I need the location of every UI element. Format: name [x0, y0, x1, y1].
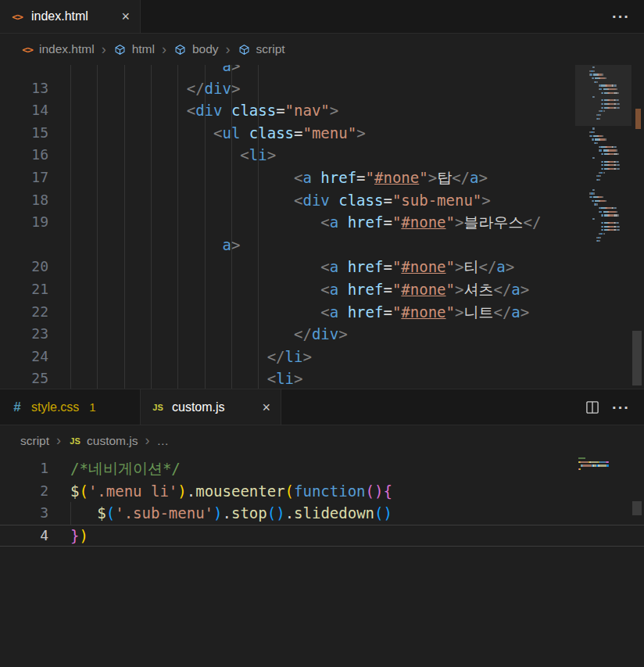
code-line[interactable]: 15 <ul class="menu"> — [0, 122, 644, 145]
code-text: </div> — [48, 323, 348, 346]
code-line[interactable]: 21 <a href="#none">셔츠</a> — [0, 278, 644, 301]
breadcrumb-label: … — [157, 434, 170, 448]
code-text: <a href="#none">블라우스</ — [48, 211, 541, 234]
breadcrumb-separator-icon: › — [162, 41, 166, 58]
breadcrumb-label: body — [192, 42, 219, 56]
close-icon[interactable]: × — [121, 9, 130, 23]
tab-style.css[interactable]: #style.css1 — [0, 389, 141, 425]
minimap-line — [578, 461, 627, 463]
line-number: 1 — [0, 457, 48, 480]
more-actions-icon[interactable]: ··· — [612, 400, 630, 415]
code-line[interactable]: 16 <li> — [0, 144, 644, 167]
code-line[interactable]: 23 </div> — [0, 323, 644, 346]
code-text: <li> — [48, 144, 276, 167]
code-line[interactable]: 22 <a href="#none">니트</a> — [0, 301, 644, 324]
minimap-line — [578, 168, 627, 170]
code-line[interactable]: a> — [0, 65, 644, 77]
code-line[interactable]: 20 <a href="#none">티</a> — [0, 256, 644, 278]
code-text: <div class="nav"> — [48, 99, 338, 122]
code-line[interactable]: 14 <div class="nav"> — [0, 99, 644, 122]
top-tabs: <>index.html× — [0, 0, 141, 33]
js-file-icon: JS — [68, 436, 82, 446]
close-icon[interactable]: × — [262, 400, 270, 414]
breadcrumb-item[interactable]: html — [113, 42, 155, 56]
code-text: <a href="#none">탑</a> — [48, 167, 488, 189]
line-number: 23 — [0, 323, 48, 346]
vertical-scrollbar[interactable] — [632, 501, 642, 515]
bottom-editor-actions: ··· — [571, 389, 644, 425]
breadcrumb-item[interactable]: JScustom.js — [68, 434, 138, 448]
code-text: $('.sub-menu').stop().slidedown() — [48, 502, 392, 525]
code-area[interactable]: a>13 </div>14 <div class="nav">15 <ul cl… — [0, 65, 644, 389]
code-line[interactable]: a> — [0, 234, 644, 256]
code-line[interactable]: 25 <li> — [0, 368, 644, 389]
code-line[interactable]: 3 $('.sub-menu').stop().slidedown() — [0, 502, 644, 525]
minimap-line — [578, 164, 627, 166]
bottom-breadcrumbs: script›JScustom.js›… — [0, 425, 644, 456]
code-area[interactable]: 1/*네비게이션*/2$('.menu li').mouseenter(func… — [0, 456, 644, 547]
minimap-line — [578, 207, 627, 209]
line-number: 2 — [0, 480, 48, 503]
js-file-icon: JS — [151, 403, 165, 412]
code-text: </li> — [48, 346, 312, 368]
minimap-line — [578, 196, 627, 198]
minimap-line — [578, 222, 627, 224]
line-number — [0, 234, 48, 256]
line-number: 17 — [0, 167, 48, 189]
minimap-line — [578, 200, 627, 202]
code-text: <a href="#none">니트</a> — [48, 301, 529, 324]
tab-index.html[interactable]: <>index.html× — [0, 0, 141, 33]
code-line[interactable]: 24 </li> — [0, 346, 644, 368]
minimap-line — [578, 457, 627, 459]
line-number: 19 — [0, 211, 48, 234]
tab-label: style.css — [31, 400, 79, 414]
tab-label: index.html — [31, 9, 88, 23]
minimap-line — [578, 237, 627, 238]
code-line[interactable]: 19 <a href="#none">블라우스</ — [0, 211, 644, 234]
code-line[interactable]: 17 <a href="#none">탑</a> — [0, 167, 644, 189]
minimap-line — [578, 127, 627, 129]
more-actions-icon[interactable]: ··· — [612, 9, 630, 24]
breadcrumb-label: custom.js — [87, 434, 138, 448]
minimap[interactable] — [578, 457, 627, 472]
minimap-line — [578, 233, 627, 235]
line-number — [0, 65, 48, 77]
breadcrumb-item[interactable]: script — [20, 434, 49, 448]
minimap-line — [578, 240, 627, 242]
breadcrumb-item[interactable]: <>index.html — [20, 42, 95, 56]
code-text: <li> — [48, 368, 302, 389]
minimap-line — [578, 464, 627, 466]
tab-custom.js[interactable]: JScustom.js× — [141, 389, 281, 425]
minimap-slider[interactable] — [575, 65, 631, 126]
line-number: 15 — [0, 122, 48, 145]
breadcrumb-item[interactable]: body — [174, 42, 219, 56]
breadcrumb-item[interactable]: script — [238, 42, 285, 56]
breadcrumb-separator-icon: › — [226, 41, 231, 58]
breadcrumb-label: script — [256, 42, 285, 56]
code-line[interactable]: 18 <div class="sub-menu"> — [0, 189, 644, 212]
js-editor-pane[interactable]: 1/*네비게이션*/2$('.menu li').mouseenter(func… — [0, 456, 644, 667]
line-number: 13 — [0, 77, 48, 100]
code-line[interactable]: 2$('.menu li').mouseenter(function(){ — [0, 480, 644, 503]
html-editor-pane[interactable]: a>13 </div>14 <div class="nav">15 <ul cl… — [0, 65, 644, 389]
code-line[interactable]: 4}) — [0, 525, 644, 547]
split-editor-icon[interactable] — [585, 400, 599, 414]
minimap-line — [578, 214, 627, 216]
line-number: 21 — [0, 278, 48, 301]
code-text: a> — [48, 65, 240, 77]
top-editor-tab-strip: <>index.html× ··· — [0, 0, 644, 34]
line-number: 25 — [0, 368, 48, 389]
minimap-line — [578, 468, 627, 470]
breadcrumb-item[interactable]: … — [157, 434, 170, 448]
line-number: 14 — [0, 99, 48, 122]
vertical-scrollbar[interactable] — [632, 331, 642, 385]
code-line[interactable]: 1/*네비게이션*/ — [0, 457, 644, 480]
line-number: 4 — [0, 525, 48, 547]
top-breadcrumbs: <>index.html›html›body›script — [0, 34, 644, 65]
symbol-cube-icon — [238, 44, 252, 56]
symbol-cube-icon — [174, 44, 188, 56]
code-text: <a href="#none">티</a> — [48, 256, 514, 278]
code-line[interactable]: 13 </div> — [0, 77, 644, 100]
breadcrumb-label: index.html — [39, 42, 95, 56]
minimap-line — [578, 138, 627, 140]
